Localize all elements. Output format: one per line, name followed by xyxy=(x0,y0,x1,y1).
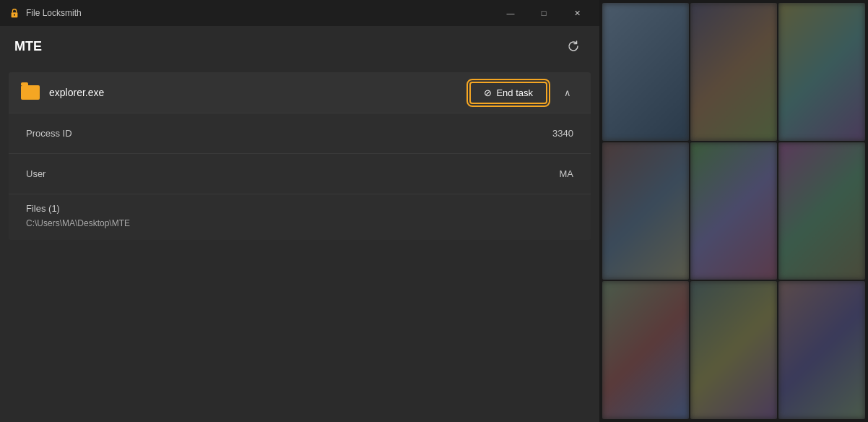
thumbnail-5 xyxy=(690,142,777,280)
files-label: Files (1) xyxy=(26,203,573,214)
svg-point-1 xyxy=(14,14,15,16)
process-header: explorer.exe ⊘ End task ∧ xyxy=(9,72,591,113)
file-path: C:\Users\MA\Desktop\MTE xyxy=(26,218,573,228)
app-header: MTE xyxy=(0,26,599,66)
user-row: User MA xyxy=(9,153,591,194)
refresh-button[interactable] xyxy=(562,35,585,58)
right-panel xyxy=(599,0,868,422)
lock-icon xyxy=(9,7,20,19)
app-content: explorer.exe ⊘ End task ∧ Process ID 334… xyxy=(0,66,599,422)
expand-button[interactable]: ∧ xyxy=(556,81,579,104)
end-task-icon: ⊘ xyxy=(484,87,492,98)
thumbnail-9 xyxy=(778,281,865,419)
title-bar: File Locksmith — □ ✕ xyxy=(0,0,599,26)
app-window: File Locksmith — □ ✕ MTE explorer.exe xyxy=(0,0,599,422)
process-id-value: 3340 xyxy=(552,128,573,139)
folder-icon xyxy=(20,82,40,103)
process-card: explorer.exe ⊘ End task ∧ Process ID 334… xyxy=(9,72,591,240)
user-value: MA xyxy=(560,168,574,179)
thumbnail-8 xyxy=(690,281,777,419)
thumbnail-3 xyxy=(778,3,865,141)
expand-icon: ∧ xyxy=(564,87,571,98)
end-task-label: End task xyxy=(496,87,533,98)
thumbnail-7 xyxy=(602,281,689,419)
thumbnail-4 xyxy=(602,142,689,280)
thumbnail-2 xyxy=(690,3,777,141)
thumbnail-1 xyxy=(602,3,689,141)
process-id-row: Process ID 3340 xyxy=(9,113,591,153)
close-button[interactable]: ✕ xyxy=(560,0,594,26)
user-label: User xyxy=(26,168,45,179)
maximize-button[interactable]: □ xyxy=(527,0,560,26)
title-bar-title: File Locksmith xyxy=(26,8,82,18)
title-bar-left: File Locksmith xyxy=(9,7,82,19)
app-header-title: MTE xyxy=(14,39,42,54)
files-section: Files (1) C:\Users\MA\Desktop\MTE xyxy=(9,194,591,240)
end-task-button[interactable]: ⊘ End task xyxy=(469,82,547,104)
process-details: Process ID 3340 User MA Files (1) C:\Use… xyxy=(9,113,591,240)
process-id-label: Process ID xyxy=(26,128,72,139)
process-name: explorer.exe xyxy=(49,87,461,98)
minimize-button[interactable]: — xyxy=(494,0,527,26)
title-bar-controls: — □ ✕ xyxy=(494,0,594,26)
thumbnail-6 xyxy=(778,142,865,280)
refresh-icon xyxy=(567,40,580,53)
